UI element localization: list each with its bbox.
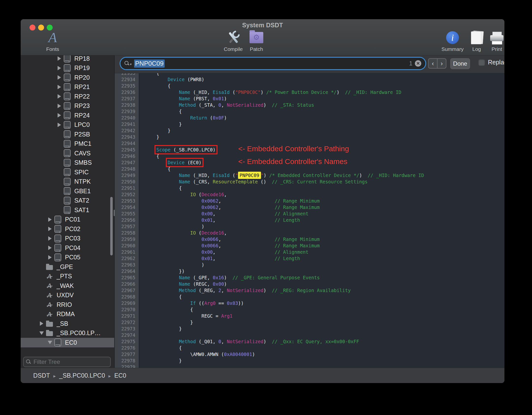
device-icon (63, 187, 71, 195)
line-number: 22936 (115, 89, 135, 95)
code-token (145, 281, 179, 287)
tree-item-PC01[interactable]: PC01 (21, 215, 114, 224)
disclosure-closed-icon[interactable] (56, 104, 63, 108)
code-line-22972: } (145, 319, 504, 326)
content-area: RP18RP19RP20RP21RP22RP23RP24LPC0P2SBPMC1… (21, 55, 504, 368)
disclosure-closed-icon[interactable] (56, 56, 63, 61)
code-token: Decode16 (202, 192, 224, 197)
code-token (145, 96, 179, 101)
tree-item-_PTS[interactable]: A_PTS (21, 272, 114, 281)
search-icon (125, 61, 129, 66)
code-token (145, 275, 179, 280)
disclosure-closed-icon[interactable] (38, 321, 45, 326)
tree-item-RP22[interactable]: RP22 (21, 92, 114, 101)
disclosure-closed-icon[interactable] (56, 66, 63, 70)
code-line-22939: { (145, 108, 504, 115)
line-number: 22947 (115, 159, 135, 166)
find-input[interactable]: ▾ PNP0C09 1 ✕ (121, 58, 425, 69)
tree-item-label: _SB.PC00.LP… (57, 329, 101, 337)
tree-item-label: _WAK (57, 282, 74, 289)
tree-item-CAVS[interactable]: CAVS (21, 148, 114, 158)
code-token: 0x0062 (202, 205, 219, 210)
tree-item-RP21[interactable]: RP21 (21, 82, 114, 92)
code-token: 0x0F (213, 115, 224, 120)
breadcrumb-item[interactable]: DSDT (33, 372, 50, 379)
tree-item-_SB[interactable]: _SB (21, 319, 114, 328)
line-number: 22969 (115, 300, 135, 306)
tree-item-PC05[interactable]: PC05 (21, 253, 114, 262)
disclosure-closed-icon[interactable] (46, 236, 54, 241)
search-icon (26, 359, 31, 364)
screen: System DSDT A Fonts Compile ⚙ Patch (0, 0, 532, 415)
tree-item-_WAK[interactable]: A_WAK (21, 281, 114, 291)
tree-item-P2SB[interactable]: P2SB (21, 130, 114, 139)
tree-item-RP19[interactable]: RP19 (21, 63, 114, 73)
done-button[interactable]: Done (450, 58, 470, 69)
tree-item-SPIC[interactable]: SPIC (21, 167, 114, 177)
tree-item-SAT2[interactable]: SAT2 (21, 196, 114, 206)
code-token: , (213, 256, 275, 261)
replace-checkbox[interactable] (478, 59, 485, 66)
tree-item-label: RP19 (74, 64, 90, 72)
code-token (145, 173, 179, 178)
tree-item-RP20[interactable]: RP20 (21, 73, 114, 82)
disclosure-closed-icon[interactable] (56, 113, 63, 118)
code-token: 0 (218, 339, 221, 344)
disclosure-closed-icon[interactable] (46, 246, 54, 250)
device-icon (54, 235, 62, 242)
patch-button[interactable]: ⚙ Patch (239, 30, 274, 52)
breadcrumb-item[interactable]: EC0 (114, 372, 126, 379)
method-icon: A (45, 273, 54, 280)
code-token (145, 230, 190, 236)
code-token (145, 102, 179, 108)
tree-item-PMC1[interactable]: PMC1 (21, 139, 114, 149)
disclosure-closed-icon[interactable] (46, 227, 54, 231)
code-token: " (235, 173, 238, 178)
disclosure-open-icon[interactable] (46, 341, 54, 344)
tree-item-RRIO[interactable]: ARRIO (21, 300, 114, 310)
editor-pane: ▾ PNP0C09 1 ✕ ‹ › Done Replace (115, 55, 504, 368)
code-token: } (145, 320, 193, 325)
breadcrumb-item[interactable]: _SB.PC00.LPC0 (59, 372, 105, 379)
tree-item-GBE1[interactable]: GBE1 (21, 186, 114, 196)
tree-item-label: P2SB (74, 131, 90, 138)
tree-item-_GPE[interactable]: _GPE (21, 262, 114, 272)
tree-item-PC04[interactable]: PC04 (21, 243, 114, 253)
tree-item-SMBS[interactable]: SMBS (21, 158, 114, 168)
tree-item-_SB.PC00.LP…[interactable]: _SB.PC00.LP… (21, 328, 114, 338)
tree-item-LPC0[interactable]: LPC0 (21, 120, 114, 130)
code-token: } (145, 128, 171, 133)
find-previous-button[interactable]: ‹ (428, 58, 438, 69)
tree-item-SAT1[interactable]: SAT1 (21, 205, 114, 215)
tree-item-PC03[interactable]: PC03 (21, 234, 114, 243)
tree-item-PC02[interactable]: PC02 (21, 224, 114, 234)
fonts-button[interactable]: A Fonts (35, 30, 70, 52)
tree-item-label: PC02 (65, 225, 80, 233)
tree-item-RP23[interactable]: RP23 (21, 101, 114, 111)
find-next-button[interactable]: › (437, 58, 446, 69)
tree-item-RP24[interactable]: RP24 (21, 111, 114, 120)
disclosure-closed-icon[interactable] (56, 85, 63, 89)
titlebar-toolbar: System DSDT A Fonts Compile ⚙ Patch (21, 19, 504, 55)
clear-search-icon[interactable]: ✕ (415, 60, 421, 67)
tree-item-UXDV[interactable]: AUXDV (21, 291, 114, 300)
tree-item-RP18[interactable]: RP18 (21, 55, 114, 63)
code-lines: { Device (PWRB) { Name (_HID, EisaId ("P… (145, 73, 504, 368)
line-number: 22958 (115, 230, 135, 236)
code-token: { (145, 185, 182, 191)
code-editor[interactable]: 2293322934229352293622937229382293922940… (115, 73, 504, 368)
disclosure-closed-icon[interactable] (46, 217, 54, 222)
disclosure-closed-icon[interactable] (56, 94, 63, 99)
chevron-down-icon[interactable]: ▾ (130, 62, 132, 66)
disclosure-closed-icon[interactable] (56, 123, 63, 127)
disclosure-closed-icon[interactable] (56, 75, 63, 80)
code-token: // _CRS: Current Resource Settings (272, 179, 368, 184)
tree-item-EC0[interactable]: EC0 (21, 338, 114, 347)
disclosure-open-icon[interactable] (38, 331, 45, 335)
disclosure-closed-icon[interactable] (46, 255, 54, 260)
tree-item-NTPK[interactable]: NTPK (21, 177, 114, 187)
filter-tree-input[interactable]: Filter Tree (23, 357, 111, 367)
sidebar-scrollbar[interactable] (110, 197, 113, 255)
tree-item-RDMA[interactable]: ARDMA (21, 310, 114, 319)
print-button[interactable]: Print (480, 30, 504, 52)
